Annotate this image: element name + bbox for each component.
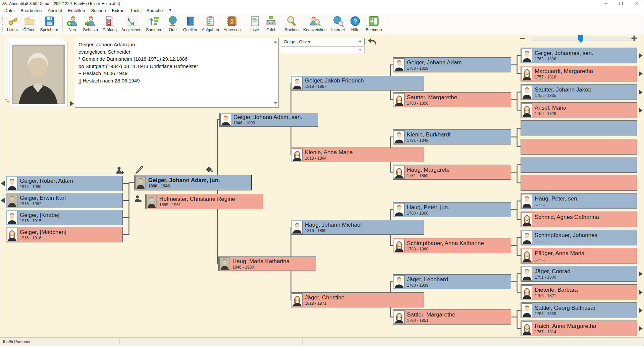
person-box-schimpfbauer_johannes[interactable]: Schimpfbauer, Johannes... - ...	[521, 230, 637, 245]
menu-item-ansicht[interactable]: Ansicht	[45, 7, 65, 14]
toolbar-button-internet[interactable]: Internet	[329, 15, 347, 33]
nav-arrow-right-icon[interactable]	[639, 71, 643, 76]
person-box-raich_anna[interactable]: Raich, Anna Margaretha1767 - 1814	[521, 321, 637, 336]
toolbar-button-liste[interactable]: Liste	[247, 15, 263, 33]
add-person-icon[interactable]	[115, 166, 124, 176]
person-box-empty_4[interactable]	[521, 175, 637, 191]
toolbar-button-pruefung[interactable]: Prüfung	[101, 15, 119, 33]
edit-pencil-icon[interactable]	[134, 164, 144, 175]
person-text: Jäger, Christine1818 - 1871	[305, 293, 344, 306]
person-box-schmid_agnes[interactable]: Schmid, Agnes Catharina... - ...	[521, 212, 637, 227]
person-box-maria_katharina[interactable]: Haug, Maria Katharina1846 - 1930	[218, 256, 316, 271]
tree-canvas[interactable]: Geiger, Johann Adam jun.evangelisch, Sch…	[0, 35, 644, 338]
person-selector[interactable]: Geiger, Oliver	[281, 38, 365, 45]
person-box-jaeger_christine[interactable]: Jäger, Christine1818 - 1871	[291, 292, 424, 307]
person-box-johann_sen[interactable]: Geiger, Johann Adam, sen.1846 - 1899	[219, 113, 318, 127]
person-box-haug_johann_michael[interactable]: Haug, Johann Michael1816 - 1880	[291, 220, 424, 235]
maximize-button[interactable]	[613, 0, 629, 7]
toolbar-button-angleichen[interactable]: baAngleichen	[119, 15, 143, 33]
sort-icon	[149, 15, 160, 27]
nav-arrow-right-icon[interactable]	[639, 290, 643, 295]
person-box-erwin[interactable]: Geiger, Erwin Karl1915 - 1982	[6, 193, 123, 208]
toolbar-button-hilfe[interactable]: ?Hilfe	[347, 15, 363, 33]
toolbar-button-suchen[interactable]: Suchen	[283, 15, 301, 33]
person-photo	[394, 130, 405, 143]
menu-item-extras[interactable]: Extras	[109, 7, 127, 14]
person-box-robert[interactable]: Geiger, Robert Adam1914 - 1990	[6, 176, 123, 191]
toolbar-button-label: Internet	[331, 27, 345, 32]
person-box-sautter_margarethe[interactable]: Sautter, Margarethe1788 - 1856	[393, 92, 511, 107]
zoom-in-button[interactable]: +	[631, 35, 637, 44]
undo-icon[interactable]	[367, 36, 378, 46]
person-box-schimpfbauer_anna[interactable]: Schimpfbauer, Anna Katharine1783 - 1860	[393, 238, 511, 253]
person-box-ansel_maria[interactable]: Ansel, Maria1759 - 1826	[521, 102, 637, 118]
close-button[interactable]	[629, 0, 644, 7]
nav-arrow-right-icon[interactable]	[639, 53, 643, 58]
person-text: Sattler, Georg Balthasar1758 - 1839	[535, 303, 595, 317]
menu-item-[interactable]: ?	[166, 7, 174, 14]
toolbar-button-gehezu[interactable]: Gehe zu	[81, 15, 100, 33]
menu-item-tools[interactable]: Tools	[127, 7, 143, 14]
person-box-dieterle_barbara[interactable]: Dieterle, Barbara1756 - 1821	[521, 284, 637, 300]
person-box-empty_3[interactable]	[521, 157, 637, 173]
toolbar-button-beenden[interactable]: Beenden	[364, 15, 384, 33]
person-box-empty_2[interactable]	[521, 139, 637, 155]
toolbar-button-neu[interactable]: Neu	[65, 15, 80, 33]
toolbar-button-label: Liste	[251, 27, 259, 32]
person-box-geiger_johann_adam[interactable]: Geiger, Johann Adam1788 - 1858	[393, 57, 511, 72]
nav-arrow-right-icon[interactable]	[639, 308, 643, 313]
nav-arrow-left-icon[interactable]	[1, 198, 5, 203]
nav-arrow-right-icon[interactable]	[639, 271, 643, 277]
toolbar-button-oeffnen[interactable]: Öffnen	[21, 15, 38, 33]
person-box-haug_margarete[interactable]: Haug, Margarete1781 - 1859	[393, 165, 511, 180]
toolbar-button-lizenz[interactable]: Lizenz	[5, 15, 21, 33]
person-box-johann_jun[interactable]: Geiger, Johann Adam, jun.1886 - 1949	[134, 175, 252, 190]
scroll-down-icon[interactable]	[274, 102, 277, 105]
toolbar-button-sortieren[interactable]: Sortieren	[144, 15, 164, 33]
menu-item-sprache[interactable]: Sprache	[144, 7, 166, 14]
toolbar-button-speichern[interactable]: Speichern	[38, 15, 60, 33]
add-person-icon[interactable]	[134, 194, 143, 205]
toolbar-button-kennzeichen[interactable]: Kennzeichen	[301, 15, 328, 33]
zoom-out-button[interactable]: −	[520, 35, 525, 44]
paint-bucket-icon[interactable]	[204, 165, 214, 175]
scroll-up-icon[interactable]	[274, 41, 277, 43]
person-box-jakob_friedrich[interactable]: Geiger, Jakob Friedrich1818 - 1867	[291, 76, 424, 91]
next-photo-arrow-icon[interactable]	[70, 101, 74, 106]
person-box-maedchen[interactable]: Geiger, [Mädchen]1916 - 1916	[6, 227, 123, 242]
toolbar-button-aufgaben[interactable]: Aufgaben	[200, 15, 221, 33]
menu-item-suchen[interactable]: Suchen	[88, 7, 109, 14]
person-box-christiane[interactable]: Hofmeister, Christiane Regine1889 - 1961	[145, 194, 263, 209]
person-box-haug_peter_jun[interactable]: Haug, Peter, jun.1780 - 1860	[393, 202, 511, 217]
person-box-geiger_johannes_sen[interactable]: Geiger, Johannes, sen.1763 - 1836	[521, 48, 637, 63]
person-box-jaeger_conrad[interactable]: Jäger, Conrad1751 - 1800	[521, 266, 637, 282]
nav-arrow-right-icon[interactable]	[639, 90, 643, 95]
minimize-button[interactable]	[598, 0, 613, 7]
person-box-pflueger_anna_maria[interactable]: Pflüger, Anna Maria... - ...	[521, 248, 637, 264]
photo-frame-front[interactable]	[9, 42, 67, 107]
nav-arrow-left-icon[interactable]	[1, 181, 5, 186]
info-line: Geiger, Johann Adam jun.	[78, 41, 270, 48]
person-box-sattler_margarethe[interactable]: Sattler, Margarethe1790 - 1851	[393, 309, 511, 325]
toolbar-button-quellen[interactable]: Quellen	[181, 15, 199, 33]
person-box-kienle_burkhardt[interactable]: Kienle, Burkhardt1781 - 1848	[393, 129, 511, 145]
person-box-marquardt_margaretha[interactable]: Marquardt, Margaretha1757 - 1816	[521, 66, 637, 81]
person-box-haug_peter_sen[interactable]: Haug, Peter, sen.... - ...	[521, 193, 637, 209]
person-text: Geiger, Jakob Friedrich1818 - 1867	[305, 77, 364, 90]
person-box-sattler_georg[interactable]: Sattler, Georg Balthasar1758 - 1839	[521, 302, 637, 318]
person-box-empty_1[interactable]	[521, 120, 637, 136]
toolbar-button-adressen[interactable]: @Adressen	[222, 15, 243, 33]
toolbar-grip[interactable]	[2, 16, 3, 33]
secondary-selector[interactable]	[281, 46, 365, 53]
person-box-kienle_anna_maria[interactable]: Kienle, Anna Maria1818 - 1894	[291, 148, 424, 162]
person-box-knabe[interactable]: Geiger, [Knabe]1915 - 1915	[6, 210, 123, 225]
menu-item-datei[interactable]: Datei	[1, 7, 17, 14]
nav-arrow-right-icon[interactable]	[639, 108, 643, 113]
menu-item-bearbeiten[interactable]: Bearbeiten	[17, 7, 45, 14]
person-box-sautter_johann_jakob[interactable]: Sautter, Johann Jakob1755 - 1835	[521, 84, 637, 100]
person-box-jaeger_leonhard[interactable]: Jäger, Leonhard1783 - 1839	[393, 274, 511, 289]
menu-item-erstellen[interactable]: Erstellen	[65, 7, 88, 14]
toolbar-button-tafel[interactable]: Tafel	[263, 15, 279, 33]
toolbar-button-orte[interactable]: Orte	[165, 15, 180, 33]
nav-arrow-right-icon[interactable]	[639, 326, 643, 331]
